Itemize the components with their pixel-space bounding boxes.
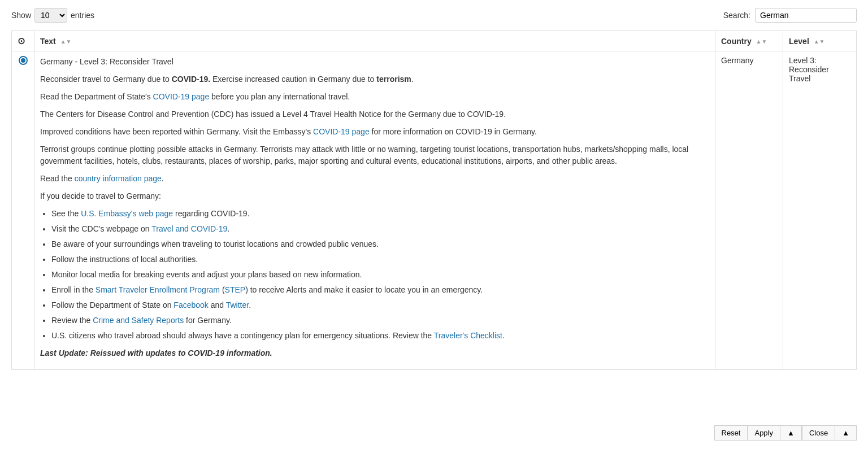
- row-para5: Read the country information page.: [40, 173, 709, 185]
- level-sort-icons: ▲▼: [814, 39, 825, 45]
- twitter-link[interactable]: Twitter: [226, 300, 249, 309]
- entries-select[interactable]: 10 25 50 100: [34, 8, 67, 23]
- text-sort-icons: ▲▼: [60, 39, 72, 45]
- level-cell: Level 3: Reconsider Travel: [783, 51, 857, 370]
- bottom-buttons: Reset Apply ▲ Close ▲: [714, 425, 857, 441]
- embassy-web-link[interactable]: U.S. Embassy's web page: [81, 209, 173, 218]
- row-para4: Terrorist groups continue plotting possi…: [40, 143, 709, 167]
- covid19-page-link2[interactable]: COVID-19 page: [313, 127, 370, 136]
- row-intro: Reconsider travel to Germany due to COVI…: [40, 73, 709, 85]
- bullet-3: Be aware of your surroundings when trave…: [51, 238, 709, 250]
- country-info-link[interactable]: country information page: [75, 174, 162, 183]
- entries-label: entries: [71, 11, 94, 20]
- bullet-list: See the U.S. Embassy's web page regardin…: [51, 208, 709, 342]
- bullet-1: See the U.S. Embassy's web page regardin…: [51, 208, 709, 220]
- table-header-row: ⊙ Text ▲▼ Country ▲▼ Level ▲▼: [12, 31, 857, 51]
- row-para3: Improved conditions have been reported w…: [40, 126, 709, 138]
- country-cell: Germany: [715, 51, 783, 370]
- bullet-6: Enroll in the Smart Traveler Enrollment …: [51, 284, 709, 296]
- bullet-4: Follow the instructions of local authori…: [51, 254, 709, 265]
- apply-button[interactable]: Apply: [747, 425, 780, 441]
- row-para6: If you decide to travel to Germany:: [40, 190, 709, 202]
- last-update: Last Update: Reissued with updates to CO…: [40, 347, 709, 359]
- page-wrapper: Show 10 25 50 100 entries Search: ⊙ Text: [0, 0, 868, 449]
- step-abbr-link[interactable]: STEP: [225, 285, 246, 294]
- reset-button[interactable]: Reset: [714, 425, 748, 441]
- bullet-9: U.S. citizens who travel abroad should a…: [51, 330, 709, 342]
- radio-cell[interactable]: [12, 51, 34, 370]
- bullet-8: Review the Crime and Safety Reports for …: [51, 315, 709, 326]
- search-input[interactable]: [755, 8, 857, 23]
- top-controls: Show 10 25 50 100 entries Search:: [11, 6, 857, 25]
- table-row: Germany - Level 3: Reconsider Travel Rec…: [12, 51, 857, 370]
- crime-safety-link[interactable]: Crime and Safety Reports: [93, 316, 184, 325]
- show-label: Show: [11, 11, 31, 20]
- step-link[interactable]: Smart Traveler Enrollment Program: [96, 285, 220, 294]
- close-up-button[interactable]: ▲: [835, 425, 857, 441]
- th-country[interactable]: Country ▲▼: [715, 31, 783, 51]
- search-label: Search:: [723, 11, 750, 20]
- covid19-page-link1[interactable]: COVID-19 page: [153, 92, 210, 101]
- row-radio-button[interactable]: [19, 56, 28, 65]
- content-cell: Germany - Level 3: Reconsider Travel Rec…: [34, 51, 715, 370]
- country-sort-icons: ▲▼: [756, 39, 767, 45]
- th-level[interactable]: Level ▲▼: [783, 31, 857, 51]
- search-box: Search:: [723, 8, 857, 23]
- close-button[interactable]: Close: [802, 425, 835, 441]
- th-target[interactable]: ⊙: [12, 31, 34, 51]
- bullet-5: Monitor local media for breaking events …: [51, 269, 709, 281]
- data-table: ⊙ Text ▲▼ Country ▲▼ Level ▲▼: [11, 30, 857, 370]
- travelers-checklist-link[interactable]: Traveler's Checklist: [434, 331, 502, 340]
- row-title: Germany - Level 3: Reconsider Travel: [40, 56, 709, 68]
- apply-up-button[interactable]: ▲: [780, 425, 802, 441]
- row-para2: The Centers for Disease Control and Prev…: [40, 108, 709, 120]
- show-entries-control: Show 10 25 50 100 entries: [11, 8, 94, 23]
- row-para1: Read the Department of State's COVID-19 …: [40, 91, 709, 103]
- facebook-link[interactable]: Facebook: [173, 300, 208, 309]
- travel-covid-link[interactable]: Travel and COVID-19: [151, 224, 227, 233]
- th-text[interactable]: Text ▲▼: [34, 31, 715, 51]
- bullet-2: Visit the CDC's webpage on Travel and CO…: [51, 223, 709, 235]
- bullet-7: Follow the Department of State on Facebo…: [51, 299, 709, 311]
